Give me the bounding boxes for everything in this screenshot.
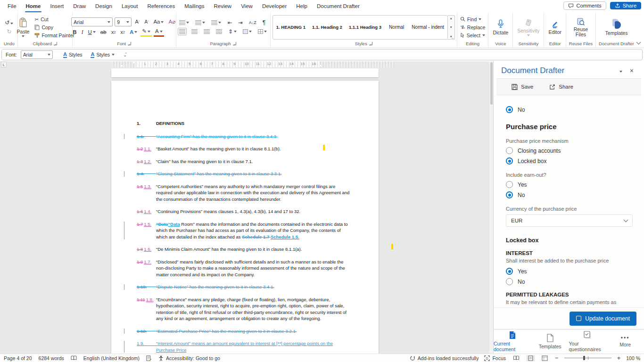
- quickbar-font-combo[interactable]: Arial: [21, 50, 53, 59]
- ribbon-tab-document-drafter[interactable]: Document Drafter: [312, 0, 364, 12]
- strikethrough-button[interactable]: ab: [99, 28, 108, 36]
- ribbon-tab-design[interactable]: Design: [91, 0, 117, 12]
- ribbon-tab-draw[interactable]: Draw: [68, 0, 91, 12]
- line-spacing-button[interactable]: ⇕: [227, 28, 238, 36]
- shading-button[interactable]: [241, 29, 253, 34]
- redo-icon[interactable]: ↻: [7, 28, 11, 35]
- justify-button[interactable]: [215, 29, 223, 34]
- accessibility-status[interactable]: Accessibility: Good to go: [158, 355, 220, 361]
- comments-button[interactable]: Comments: [563, 1, 606, 10]
- radio-locked-box[interactable]: Locked box: [506, 157, 633, 165]
- tab-current-document[interactable]: Current document: [494, 331, 531, 352]
- sensitivity-button[interactable]: Sensitivity: [515, 17, 542, 37]
- ribbon-tab-insert[interactable]: Insert: [45, 0, 68, 12]
- ruler[interactable]: 12345678910111213141516: [111, 61, 394, 67]
- zoom-in-button[interactable]: +: [617, 354, 621, 362]
- track-changes-icon[interactable]: [146, 355, 152, 361]
- bullets-button[interactable]: [178, 20, 190, 25]
- font-dialog-launcher[interactable]: [128, 42, 131, 45]
- italic-button[interactable]: I: [80, 28, 85, 36]
- page-indicator[interactable]: Page 4 of 20: [4, 355, 32, 361]
- tab-templates[interactable]: Templates: [531, 334, 569, 349]
- align-right-button[interactable]: [202, 29, 211, 34]
- radio-no[interactable]: No: [506, 278, 633, 285]
- ribbon-tab-mailings[interactable]: Mailings: [180, 0, 209, 12]
- ribbon-tab-developer[interactable]: Developer: [257, 0, 291, 12]
- update-document-button[interactable]: Update document: [570, 312, 636, 326]
- focus-button[interactable]: DFocus: [484, 355, 506, 361]
- print-layout-button[interactable]: [527, 355, 535, 361]
- bold-button[interactable]: B: [71, 28, 78, 36]
- first-line-indent-marker[interactable]: [132, 62, 136, 64]
- increase-indent-button[interactable]: ⇥: [237, 19, 244, 27]
- tab-stop-selector[interactable]: L: [1, 62, 7, 67]
- multilevel-list-button[interactable]: [210, 20, 223, 25]
- font-size-combo[interactable]: 9: [115, 17, 132, 26]
- text-highlight-button[interactable]: ✎: [140, 27, 152, 37]
- style-item-normal-indent[interactable]: Normal - indent: [408, 25, 447, 30]
- zoom-out-button[interactable]: −: [555, 354, 559, 362]
- radio-no[interactable]: No: [506, 191, 633, 198]
- zoom-level[interactable]: 100 %: [626, 355, 640, 361]
- reuse-files-button[interactable]: Reuse Files: [568, 16, 594, 38]
- ribbon-tab-layout[interactable]: Layout: [117, 0, 143, 12]
- replace-button[interactable]: Replace: [459, 24, 487, 31]
- dictate-button[interactable]: Dictate: [490, 18, 511, 36]
- undo-icon[interactable]: ↺: [5, 19, 13, 26]
- ribbon-tab-home[interactable]: Home: [21, 0, 46, 12]
- style-item-1-1-heading-2[interactable]: 1.1. Heading 2: [309, 25, 346, 30]
- zoom-slider[interactable]: [564, 358, 611, 358]
- pane-save-button[interactable]: Save: [512, 84, 533, 90]
- radio-yes[interactable]: Yes: [506, 268, 633, 275]
- collapse-ribbon-button[interactable]: [637, 37, 643, 48]
- subscript-button[interactable]: x2: [110, 28, 117, 36]
- grow-font-button[interactable]: Aˆ: [133, 18, 141, 26]
- ribbon-tab-references[interactable]: References: [142, 0, 180, 12]
- radio-yes[interactable]: Yes: [506, 181, 633, 188]
- proofing-icon[interactable]: [71, 355, 77, 361]
- numbering-button[interactable]: [194, 20, 206, 25]
- right-indent-marker[interactable]: [319, 64, 322, 66]
- quickbar-styles-button[interactable]: AStyles: [63, 52, 83, 58]
- styles-gallery-scroll[interactable]: ▲▼▼̲: [448, 15, 455, 40]
- quickbar-styles-dropdown[interactable]: AStyles: [91, 52, 115, 58]
- clipboard-dialog-launcher[interactable]: [54, 42, 57, 45]
- radio-no[interactable]: No: [506, 106, 633, 113]
- ribbon-tab-file[interactable]: File: [3, 0, 21, 12]
- align-center-button[interactable]: [190, 29, 199, 34]
- document-scrollbar[interactable]: [489, 61, 493, 354]
- cut-button[interactable]: ✂Cut: [33, 16, 49, 23]
- share-button[interactable]: Share: [610, 2, 641, 9]
- font-name-combo[interactable]: Arial: [71, 17, 113, 26]
- editor-button[interactable]: Editor: [546, 19, 563, 36]
- styles-dialog-launcher[interactable]: [369, 42, 372, 45]
- overflow-icon[interactable]: ⌄̄: [123, 52, 127, 58]
- text-effects-button[interactable]: A: [128, 28, 139, 36]
- radio-closing-accounts[interactable]: Closing accounts: [506, 147, 633, 154]
- underline-button[interactable]: U: [87, 28, 97, 36]
- font-color-button[interactable]: A: [154, 27, 164, 37]
- superscript-button[interactable]: x2: [119, 28, 126, 36]
- align-left-button[interactable]: [178, 28, 187, 35]
- document-area[interactable]: L 12345678910111213141516 1.DEFINITIONS1…: [0, 61, 493, 354]
- document-page[interactable]: 1.DEFINITIONS1.1.“Accounting Firm” has t…: [111, 81, 379, 354]
- tab-more[interactable]: ••• More: [606, 336, 644, 347]
- read-mode-button[interactable]: [512, 355, 521, 361]
- clear-formatting-button[interactable]: A⌀: [167, 18, 177, 26]
- web-layout-button[interactable]: [540, 355, 549, 361]
- sort-button[interactable]: A↓Z: [248, 19, 258, 27]
- style-item-1-1-1-heading-3[interactable]: 1.1.1 Heading 3: [346, 25, 385, 30]
- paragraph-dialog-launcher[interactable]: [233, 42, 236, 45]
- find-button[interactable]: Find: [459, 16, 482, 23]
- currency-select[interactable]: EUR: [506, 214, 633, 227]
- addins-status[interactable]: Add-ins loaded successfully: [410, 355, 479, 361]
- pane-menu-button[interactable]: [616, 68, 626, 74]
- paste-button[interactable]: Paste: [15, 16, 32, 38]
- style-item-1-heading-1[interactable]: 1. HEADING 1: [273, 25, 309, 30]
- shrink-font-button[interactable]: Aˇ: [143, 18, 150, 26]
- tab-your-questionnaires[interactable]: Your questionnaires: [569, 331, 607, 352]
- language-indicator[interactable]: English (United Kingdom): [83, 355, 140, 361]
- hanging-indent-marker[interactable]: [120, 64, 124, 66]
- templates-button[interactable]: Templates: [603, 18, 630, 37]
- copy-button[interactable]: Copy: [33, 24, 54, 31]
